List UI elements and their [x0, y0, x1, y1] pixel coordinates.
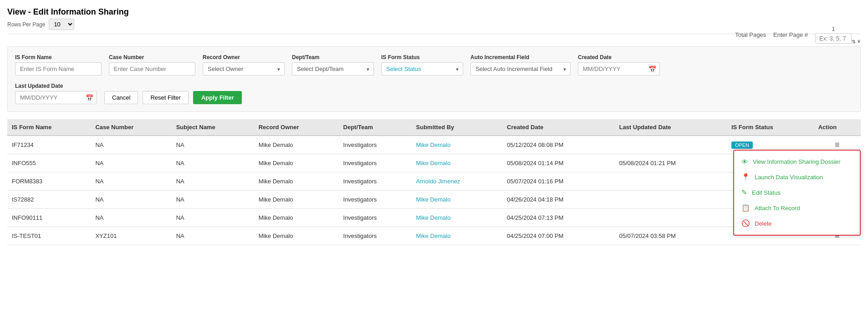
auto-incremental-select-wrapper: Select Auto Incremental Field ▼: [470, 62, 571, 76]
filter-actions: Cancel Reset Filter Apply Filter: [104, 91, 242, 104]
edit-status-item[interactable]: ✎ Edit Status: [734, 185, 860, 200]
col-case-number: Case Number: [91, 119, 171, 136]
cell-last-updated-date: 05/08/2024 01:21 PM: [614, 154, 726, 172]
delete-item[interactable]: 🚫 Delete: [734, 216, 860, 231]
cell-submitted-by: Arnoldo Jimenez: [412, 172, 502, 191]
col-record-owner: Record Owner: [254, 119, 339, 136]
rows-per-page-label: Rows Per Page: [7, 21, 45, 28]
last-updated-date-input[interactable]: [15, 91, 97, 104]
attach-to-record-label: Attach To Record: [755, 205, 800, 212]
view-dossier-label: View Information Sharing Dossier: [753, 158, 841, 165]
dept-team-select[interactable]: Select Dept/Team: [292, 62, 374, 76]
cell-submitted-by: Mike Demalo: [412, 136, 502, 154]
cell-created-date: 05/12/2024 08:08 PM: [502, 136, 614, 154]
filter-row-1: IS Form Name Case Number Record Owner Se…: [15, 54, 853, 76]
cell-record-owner: Mike Demalo: [254, 191, 339, 209]
is-form-status-select[interactable]: Select Status: [381, 62, 463, 76]
cell-dept-team: Investigators: [339, 227, 412, 245]
view-dossier-icon: 👁: [741, 158, 748, 166]
edit-status-label: Edit Status: [752, 189, 781, 196]
enter-page-input[interactable]: [815, 33, 852, 44]
cell-subject-name: NA: [172, 172, 254, 191]
created-date-calendar-icon[interactable]: 📅: [648, 66, 656, 73]
status-badge: OPEN: [731, 141, 753, 149]
cell-case-number: XYZ101: [91, 227, 171, 245]
record-owner-field: Record Owner Select Owner ▼: [203, 54, 285, 76]
cell-record-owner: Mike Demalo: [254, 209, 339, 227]
cell-case-number: NA: [91, 136, 171, 154]
table-row: IS72882 NA NA Mike Demalo Investigators …: [7, 191, 861, 209]
col-is-form-name: IS Form Name: [7, 119, 91, 136]
last-updated-calendar-icon[interactable]: 📅: [86, 94, 93, 101]
table-section: IS Form Name Case Number Subject Name Re…: [7, 119, 861, 245]
dept-team-label: Dept/Team: [292, 54, 374, 61]
created-date-field: Created Date 📅: [578, 54, 660, 76]
last-updated-date-field: Last Updated Date 📅: [15, 83, 97, 104]
page-title: View - Edit Information Sharing: [7, 7, 861, 17]
delete-icon: 🚫: [741, 219, 750, 227]
total-pages-label: Total Pages: [735, 31, 766, 38]
is-form-status-field: IS Form Status Select Status ▼: [381, 54, 463, 76]
cell-last-updated-date: 05/07/2024 03:58 PM: [614, 227, 726, 245]
cell-case-number: NA: [91, 191, 171, 209]
cell-last-updated-date: [614, 172, 726, 191]
cell-is-form-name: IF71234: [7, 136, 91, 154]
case-number-label: Case Number: [109, 54, 195, 61]
apply-filter-button[interactable]: Apply Filter: [193, 91, 242, 104]
row-action-dropdown: 👁 View Information Sharing Dossier 📍 Lau…: [733, 150, 861, 236]
col-subject-name: Subject Name: [172, 119, 254, 136]
cancel-button[interactable]: Cancel: [104, 91, 138, 104]
col-is-form-status: IS Form Status: [727, 119, 814, 136]
auto-incremental-select[interactable]: Select Auto Incremental Field: [470, 62, 571, 76]
cell-subject-name: NA: [172, 191, 254, 209]
record-owner-select-wrapper: Select Owner ▼: [203, 62, 285, 76]
reset-filter-button[interactable]: Reset Filter: [143, 91, 188, 104]
col-action: Action: [814, 119, 861, 136]
cell-is-form-name: INFO90111: [7, 209, 91, 227]
is-form-status-label: IS Form Status: [381, 54, 463, 61]
cell-dept-team: Investigators: [339, 191, 412, 209]
record-owner-select[interactable]: Select Owner: [203, 62, 285, 76]
is-form-name-input[interactable]: [15, 62, 102, 76]
col-created-date: Created Date: [502, 119, 614, 136]
cell-case-number: NA: [91, 209, 171, 227]
rows-per-page-select[interactable]: 10 25 50 100: [49, 19, 74, 30]
filter-section: IS Form Name Case Number Record Owner Se…: [7, 46, 861, 112]
table-body: IF71234 NA NA Mike Demalo Investigators …: [7, 136, 861, 245]
is-form-status-select-wrapper: Select Status ▼: [381, 62, 463, 76]
auto-incremental-field: Auto Incremental Field Select Auto Incre…: [470, 54, 571, 76]
cell-record-owner: Mike Demalo: [254, 154, 339, 172]
launch-visualization-item[interactable]: 📍 Launch Data Visualization: [734, 169, 860, 185]
cell-dept-team: Investigators: [339, 209, 412, 227]
cell-subject-name: NA: [172, 154, 254, 172]
total-pages-value: 1: [832, 25, 835, 32]
cell-last-updated-date: [614, 136, 726, 154]
last-updated-date-label: Last Updated Date: [15, 83, 97, 89]
case-number-input[interactable]: [109, 62, 195, 76]
cell-is-form-name: INFO555: [7, 154, 91, 172]
view-dossier-item[interactable]: 👁 View Information Sharing Dossier: [734, 154, 860, 169]
table-row: INFO90111 NA NA Mike Demalo Investigator…: [7, 209, 861, 227]
auto-incremental-label: Auto Incremental Field: [470, 54, 571, 61]
delete-label: Delete: [755, 220, 772, 227]
cell-created-date: 04/26/2024 04:18 PM: [502, 191, 614, 209]
cell-record-owner: Mike Demalo: [254, 172, 339, 191]
attach-to-record-item[interactable]: 📋 Attach To Record: [734, 200, 860, 216]
attach-to-record-icon: 📋: [741, 204, 750, 212]
main-table: IS Form Name Case Number Subject Name Re…: [7, 119, 861, 245]
dept-team-select-wrapper: Select Dept/Team ▼: [292, 62, 374, 76]
filter-row-2: Last Updated Date 📅 Cancel Reset Filter …: [15, 83, 853, 104]
cell-is-form-name: IS72882: [7, 191, 91, 209]
cell-subject-name: NA: [172, 209, 254, 227]
cell-created-date: 04/25/2024 07:13 PM: [502, 209, 614, 227]
cell-submitted-by: Mike Demalo: [412, 154, 502, 172]
cell-case-number: NA: [91, 172, 171, 191]
col-submitted-by: Submitted By: [412, 119, 502, 136]
enter-page-label: Enter Page #: [773, 31, 808, 38]
cell-created-date: 05/07/2024 01:16 PM: [502, 172, 614, 191]
action-menu-button[interactable]: ≡: [835, 140, 840, 150]
cell-submitted-by: Mike Demalo: [412, 227, 502, 245]
created-date-input[interactable]: [578, 62, 660, 76]
is-form-name-label: IS Form Name: [15, 54, 102, 61]
table-row: INFO555 NA NA Mike Demalo Investigators …: [7, 154, 861, 172]
